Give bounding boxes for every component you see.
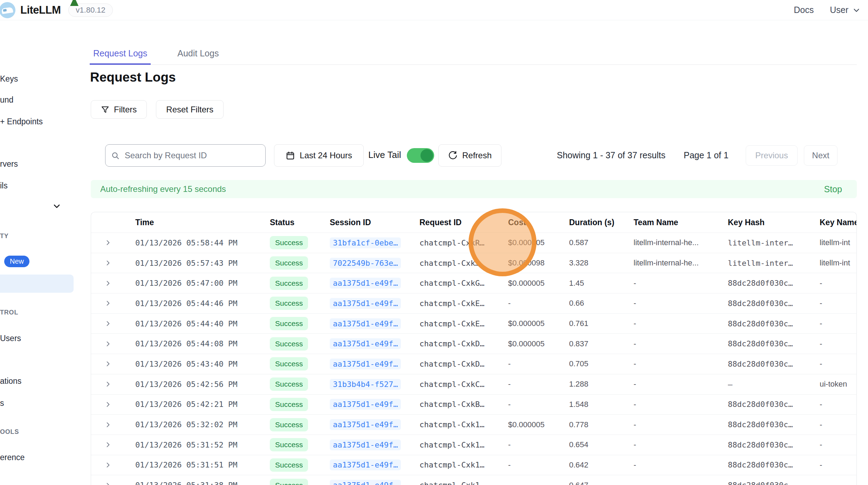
- request-id-cell: chatcmpl-CxkE…: [419, 299, 508, 308]
- status-badge: Success: [270, 236, 308, 249]
- row-expand-chevron[interactable]: [91, 421, 135, 429]
- row-expand-chevron[interactable]: [91, 441, 135, 449]
- chevron-right-icon: [104, 380, 111, 388]
- session-id-link[interactable]: 7022549b-763e…: [330, 258, 401, 269]
- team-name-cell: -: [634, 319, 728, 328]
- cost-cell: -: [508, 481, 569, 485]
- key-name-cell: -: [820, 481, 856, 485]
- page-title: Request Logs: [90, 70, 176, 85]
- row-expand-chevron[interactable]: [91, 340, 135, 348]
- time-range-button[interactable]: Last 24 Hours: [274, 144, 364, 167]
- duration-cell: 0.66: [569, 299, 634, 308]
- table-row: 01/13/2026 05:32:02 PMSuccessaa1375d1-e4…: [91, 414, 856, 435]
- session-id-cell: 31bfa1cf-0ebe…: [330, 237, 419, 248]
- key-hash-cell: litellm-inter…: [728, 238, 820, 247]
- request-id-cell: chatcmpl-CxkB…: [419, 400, 508, 409]
- sidebar-item--endpoints[interactable]: + Endpoints: [0, 117, 43, 126]
- session-id-link[interactable]: 31bfa1cf-0ebe…: [330, 237, 401, 248]
- time-cell: 01/13/2026 05:47:00 PM: [135, 279, 270, 287]
- sidebar-item-ils[interactable]: ils: [0, 181, 8, 190]
- key-hash-cell: 88dc28d0f030c…: [728, 339, 820, 348]
- session-id-cell: aa1375d1-e49f…: [330, 318, 419, 329]
- request-id-cell: chatcmpl-Cxk1…: [419, 460, 508, 469]
- stop-auto-refresh-link[interactable]: Stop: [824, 184, 842, 194]
- sidebar-item-erence[interactable]: erence: [0, 453, 25, 462]
- sidebar-item-ations[interactable]: ations: [0, 376, 21, 386]
- user-menu[interactable]: User: [830, 5, 860, 15]
- toggle-knob: [421, 149, 433, 162]
- chevron-right-icon: [104, 360, 111, 368]
- session-id-link[interactable]: aa1375d1-e49f…: [330, 338, 401, 349]
- sidebar-collapse-chevron[interactable]: [52, 202, 62, 212]
- time-cell: 01/13/2026 05:43:40 PM: [135, 360, 270, 368]
- session-id-link[interactable]: aa1375d1-e49f…: [330, 318, 401, 329]
- chevron-right-icon: [104, 320, 111, 327]
- sidebar-nav: Keysund+ EndpointsrversilsTYNewTROLUsers…: [0, 20, 74, 485]
- sidebar-section-label: TROL: [0, 309, 18, 316]
- row-expand-chevron[interactable]: [91, 320, 135, 327]
- team-name-cell: -: [634, 481, 728, 485]
- duration-cell: 0.587: [569, 238, 634, 247]
- key-name-cell: -: [820, 460, 856, 470]
- cost-cell: -: [508, 299, 569, 308]
- filters-button[interactable]: Filters: [91, 100, 147, 119]
- request-id-search[interactable]: [105, 144, 266, 167]
- row-expand-chevron[interactable]: [91, 481, 135, 485]
- sidebar-item-users[interactable]: Users: [0, 334, 21, 343]
- status-badge: Success: [270, 357, 308, 370]
- row-expand-chevron[interactable]: [91, 299, 135, 307]
- sidebar-item-und[interactable]: und: [0, 95, 13, 105]
- row-expand-chevron[interactable]: [91, 259, 135, 267]
- row-expand-chevron[interactable]: [91, 279, 135, 287]
- chevron-right-icon: [104, 481, 111, 485]
- session-id-link[interactable]: aa1375d1-e49f…: [330, 439, 401, 450]
- live-tail-toggle[interactable]: [407, 148, 434, 163]
- session-id-cell: 7022549b-763e…: [330, 258, 419, 269]
- row-expand-chevron[interactable]: [91, 401, 135, 408]
- session-id-link[interactable]: aa1375d1-e49f…: [330, 459, 401, 470]
- cost-cell: -: [508, 359, 569, 368]
- key-hash-cell: 88dc28d0f030c…: [728, 360, 820, 368]
- auto-refresh-banner: Auto-refreshing every 15 seconds Stop: [91, 180, 857, 198]
- sidebar-section-label: OOLS: [0, 428, 19, 436]
- sidebar-item-selected-logs[interactable]: [0, 275, 74, 293]
- sidebar-item-s[interactable]: s: [0, 399, 4, 408]
- search-input[interactable]: [124, 150, 260, 161]
- session-id-link[interactable]: aa1375d1-e49f…: [330, 359, 401, 369]
- request-id-cell: chatcmpl-Cxk…: [419, 259, 508, 268]
- session-id-link[interactable]: aa1375d1-e49f…: [330, 298, 401, 309]
- sidebar-item-keys[interactable]: Keys: [0, 74, 18, 84]
- session-id-link[interactable]: aa1375d1-e49f…: [330, 419, 401, 430]
- row-expand-chevron[interactable]: [91, 360, 135, 368]
- request-id-cell: chatcmpl-CxkE…: [419, 319, 508, 328]
- column-header-status: Status: [270, 218, 330, 227]
- status-cell: Success: [270, 458, 330, 472]
- time-cell: 01/13/2026 05:31:51 PM: [135, 460, 270, 469]
- tab-request-logs[interactable]: Request Logs: [90, 46, 151, 65]
- table-row: 01/13/2026 05:44:40 PMSuccessaa1375d1-e4…: [91, 313, 856, 334]
- session-id-link[interactable]: aa1375d1-e49f…: [330, 480, 401, 485]
- table-row: 01/13/2026 05:43:40 PMSuccessaa1375d1-e4…: [91, 354, 856, 374]
- live-tail-label: Live Tail: [368, 150, 401, 160]
- session-id-link[interactable]: aa1375d1-e49f…: [330, 278, 401, 289]
- session-id-cell: aa1375d1-e49f…: [330, 480, 419, 485]
- row-expand-chevron[interactable]: [91, 239, 135, 247]
- refresh-button[interactable]: Refresh: [438, 144, 501, 167]
- tab-audit-logs[interactable]: Audit Logs: [174, 46, 222, 65]
- tab-bar: Request Logs Audit Logs: [90, 46, 857, 65]
- reset-filters-button[interactable]: Reset Filters: [156, 100, 224, 119]
- docs-link[interactable]: Docs: [794, 5, 814, 15]
- session-id-link[interactable]: aa1375d1-e49f…: [330, 399, 401, 410]
- duration-cell: 0.642: [569, 460, 634, 470]
- duration-cell: 0.647: [569, 481, 634, 485]
- next-page-button[interactable]: Next: [804, 145, 838, 166]
- previous-page-button[interactable]: Previous: [746, 145, 798, 166]
- filters-button-label: Filters: [114, 105, 137, 115]
- session-id-link[interactable]: 31b3b4b4-f527…: [330, 379, 401, 390]
- row-expand-chevron[interactable]: [91, 380, 135, 388]
- session-id-cell: aa1375d1-e49f…: [330, 419, 419, 430]
- session-id-cell: aa1375d1-e49f…: [330, 399, 419, 410]
- row-expand-chevron[interactable]: [91, 461, 135, 469]
- team-name-cell: -: [634, 440, 728, 449]
- key-hash-cell: 88dc28d0f030c…: [728, 441, 820, 449]
